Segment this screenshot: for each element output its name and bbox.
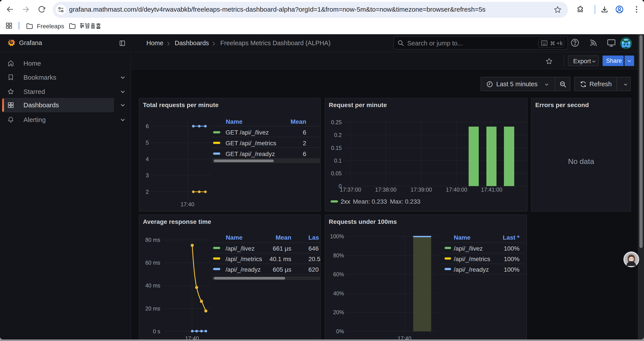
svg-text:80%: 80% xyxy=(333,252,344,258)
svg-text:2: 2 xyxy=(146,189,149,195)
svg-text:17:38:00: 17:38:00 xyxy=(375,187,396,193)
svg-text:100%: 100% xyxy=(504,266,520,273)
svg-text:6: 6 xyxy=(303,129,306,136)
svg-text:6: 6 xyxy=(303,151,306,157)
svg-text:40.1 ms: 40.1 ms xyxy=(270,256,291,262)
svg-text:/api/_/livez: /api/_/livez xyxy=(454,245,483,252)
svg-text:0.2: 0.2 xyxy=(334,132,342,138)
svg-text:0 s: 0 s xyxy=(153,328,160,334)
svg-text:100%: 100% xyxy=(330,233,344,239)
svg-text:2xx: 2xx xyxy=(341,198,350,205)
svg-text:Mean: Mean xyxy=(276,234,291,241)
svg-text:/api/_/metrics: /api/_/metrics xyxy=(226,256,262,262)
svg-text:17:40: 17:40 xyxy=(185,335,199,339)
svg-text:60 ms: 60 ms xyxy=(145,260,160,266)
svg-text:100%: 100% xyxy=(504,256,520,262)
svg-text:17:40: 17:40 xyxy=(180,201,194,207)
svg-text:Name: Name xyxy=(226,118,242,125)
svg-text:Name: Name xyxy=(226,234,242,241)
svg-text:Mean: 0.233: Mean: 0.233 xyxy=(353,198,387,205)
svg-text:6: 6 xyxy=(146,123,149,129)
svg-text:80 ms: 80 ms xyxy=(145,237,160,243)
svg-text:0.15: 0.15 xyxy=(331,145,342,151)
svg-text:Mean: Mean xyxy=(290,118,306,125)
svg-text:GET /api/_/readyz: GET /api/_/readyz xyxy=(226,151,275,157)
svg-text:/api/_/livez: /api/_/livez xyxy=(226,245,254,252)
svg-text:40%: 40% xyxy=(333,290,344,296)
svg-text:0%: 0% xyxy=(336,328,344,334)
svg-text:0.05: 0.05 xyxy=(331,170,342,176)
svg-text:0.25: 0.25 xyxy=(331,119,342,125)
svg-text:Last *: Last * xyxy=(503,234,520,241)
svg-text:GET /api/_/metrics: GET /api/_/metrics xyxy=(226,140,276,147)
svg-text:/api/_/readyz: /api/_/readyz xyxy=(226,266,260,273)
svg-text:620: 620 xyxy=(308,266,319,273)
svg-text:20 ms: 20 ms xyxy=(145,305,160,311)
svg-text:60%: 60% xyxy=(333,271,344,277)
svg-text:20%: 20% xyxy=(333,309,344,315)
svg-text:2: 2 xyxy=(303,140,306,147)
svg-text:/api/_/metrics: /api/_/metrics xyxy=(454,256,490,262)
svg-text:646: 646 xyxy=(308,245,319,252)
svg-text:17:37:00: 17:37:00 xyxy=(340,187,361,193)
svg-text:GET /api/_/livez: GET /api/_/livez xyxy=(226,129,269,136)
svg-text:20.5 r: 20.5 r xyxy=(308,256,320,262)
svg-text:17:39:00: 17:39:00 xyxy=(410,187,432,193)
svg-text:Las: Las xyxy=(308,234,319,241)
svg-text:661 µs: 661 µs xyxy=(273,245,291,252)
svg-text:5: 5 xyxy=(146,140,149,146)
svg-text:/api/_/readyz: /api/_/readyz xyxy=(454,266,489,273)
svg-text:100%: 100% xyxy=(504,245,520,252)
svg-text:17:40: 17:40 xyxy=(398,335,412,339)
svg-text:4: 4 xyxy=(146,156,149,162)
svg-text:3: 3 xyxy=(146,172,149,178)
svg-text:17:41:00: 17:41:00 xyxy=(481,187,502,193)
svg-text:17:40:00: 17:40:00 xyxy=(446,187,467,193)
svg-text:Max: 0.233: Max: 0.233 xyxy=(390,198,420,205)
svg-text:605 µs: 605 µs xyxy=(273,266,291,273)
svg-text:40 ms: 40 ms xyxy=(145,282,160,288)
svg-text:0.1: 0.1 xyxy=(334,158,342,164)
svg-text:Name: Name xyxy=(454,234,470,241)
